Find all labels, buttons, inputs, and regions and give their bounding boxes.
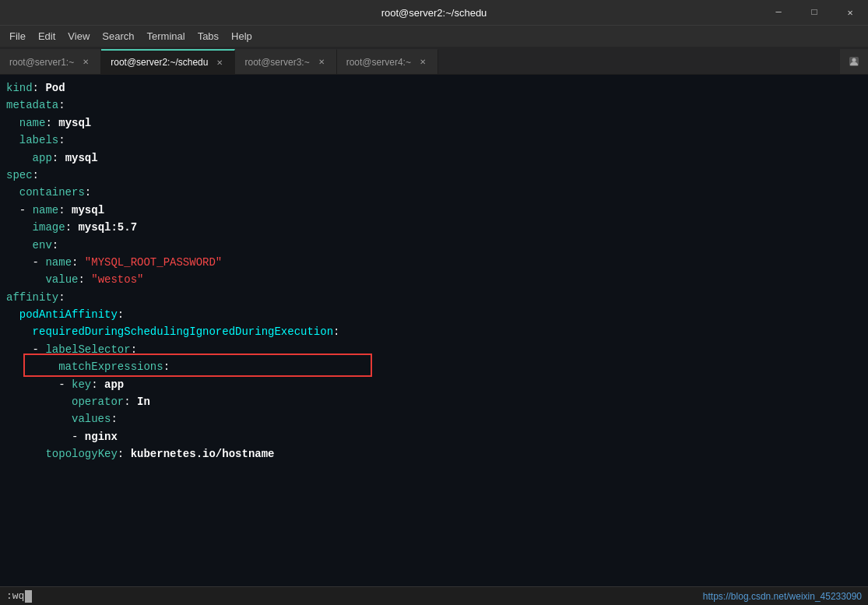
command-text: :wq [6, 590, 24, 602]
terminal-line-pod-anti-affinity: podAntiAffinity: [6, 306, 862, 323]
tab-server3[interactable]: root@server3:~ ✕ [235, 49, 336, 74]
window-controls: ─ □ ✕ [761, 0, 868, 25]
tab-server4-close[interactable]: ✕ [417, 57, 428, 68]
menu-file[interactable]: File [3, 29, 32, 44]
minimize-icon: ─ [775, 7, 781, 18]
tab-server1[interactable]: root@server1:~ ✕ [0, 49, 101, 74]
tab-server4-label: root@server4:~ [346, 57, 411, 68]
vim-command: :wq [6, 590, 32, 603]
terminal-line: labels: [6, 132, 862, 149]
window-title: root@server2:~/schedu [381, 7, 487, 19]
blog-link[interactable]: https://blog.csdn.net/weixin_45233090 [703, 591, 862, 602]
menu-terminal[interactable]: Terminal [141, 29, 192, 44]
terminal-line: requiredDuringSchedulingIgnoredDuringExe… [6, 323, 862, 340]
menu-search[interactable]: Search [96, 29, 140, 44]
tab-server3-label: root@server3:~ [244, 57, 309, 68]
terminal-line: affinity: [6, 289, 862, 306]
menu-edit[interactable]: Edit [32, 29, 61, 44]
terminal-line: operator: In [6, 393, 862, 410]
tab-server4[interactable]: root@server4:~ ✕ [337, 49, 438, 74]
terminal-line: - name: mysql [6, 202, 862, 219]
terminal-line: image: mysql:5.7 [6, 219, 862, 236]
terminal-line: spec: [6, 167, 862, 184]
maximize-icon: □ [811, 7, 817, 18]
terminal-line: topologyKey: kubernetes.io/hostname [6, 445, 862, 463]
menu-view[interactable]: View [61, 29, 96, 44]
terminal-line: - nginx [6, 428, 862, 445]
terminal-line: name: mysql [6, 114, 862, 132]
terminal-line: matchExpressions: [6, 358, 862, 375]
status-bar: :wq https://blog.csdn.net/weixin_4523309… [0, 586, 868, 605]
maximize-button[interactable]: □ [796, 0, 832, 25]
menu-bar: File Edit View Search Terminal Tabs Help [0, 25, 868, 47]
tab-server1-label: root@server1:~ [9, 57, 74, 68]
close-button[interactable]: ✕ [832, 0, 868, 25]
svg-point-1 [852, 58, 856, 62]
tab-server2-label: root@server2:~/schedu [111, 57, 208, 68]
menu-help[interactable]: Help [225, 29, 258, 44]
tab-server3-close[interactable]: ✕ [316, 57, 327, 68]
terminal-line: - name: "MYSQL_ROOT_PASSWORD" [6, 254, 862, 271]
title-bar: root@server2:~/schedu ─ □ ✕ [0, 0, 868, 25]
tab-extra-button[interactable] [840, 49, 868, 74]
terminal-line: containers: [6, 184, 862, 201]
terminal-line: app: mysql [6, 149, 862, 167]
terminal-line: - labelSelector: [6, 341, 862, 358]
tab-server1-close[interactable]: ✕ [80, 57, 91, 68]
terminal-line: metadata: [6, 97, 862, 114]
minimize-button[interactable]: ─ [761, 0, 796, 25]
cursor [25, 590, 32, 603]
close-icon: ✕ [847, 7, 852, 19]
terminal-content[interactable]: kind: Pod metadata: name: mysql labels: … [0, 75, 868, 586]
tab-server2[interactable]: root@server2:~/schedu ✕ [101, 49, 235, 74]
tab-server2-close[interactable]: ✕ [214, 57, 225, 68]
terminal-line: kind: Pod [6, 79, 862, 97]
terminal-line: values: [6, 410, 862, 427]
menu-tabs[interactable]: Tabs [192, 29, 225, 44]
terminal-line: env: [6, 237, 862, 254]
terminal-line: - key: app [6, 376, 862, 393]
terminal-line: value: "westos" [6, 271, 862, 288]
person-icon [848, 55, 860, 68]
tab-bar: root@server1:~ ✕ root@server2:~/schedu ✕… [0, 47, 868, 75]
